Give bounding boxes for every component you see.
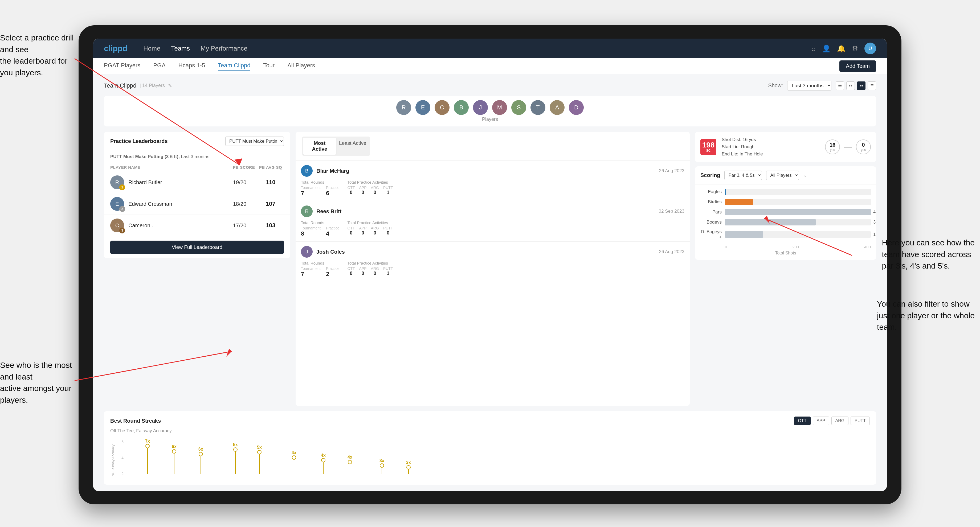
player-avatar-10[interactable]: D: [569, 100, 584, 115]
pc-date-2: 02 Sep 2023: [659, 209, 684, 214]
pc-activities-2: Total Practice Activities OTT 0 APP: [347, 221, 393, 237]
nav-link-home[interactable]: Home: [143, 45, 160, 52]
streak-btn-arg[interactable]: ARG: [831, 417, 849, 425]
scoring-player-select[interactable]: All Players: [766, 171, 799, 180]
svg-point-31: [380, 464, 384, 467]
pc-header-3: J Josh Coles 26 Aug 2023: [301, 246, 684, 258]
player-avatar-2[interactable]: E: [415, 100, 430, 115]
lb-avatar-2: E 2: [110, 197, 124, 211]
player-avatar-9[interactable]: A: [550, 100, 565, 115]
annotation-bottom-left: See who is the most and leastactive amon…: [0, 359, 80, 406]
tab-most-active[interactable]: Most Active: [303, 138, 336, 155]
three-col: Practice Leaderboards PUTT Must Make Put…: [104, 132, 876, 406]
bar-track-dbogeys: 131: [725, 231, 871, 238]
drill-select[interactable]: PUTT Must Make Putting...: [225, 137, 284, 146]
leaderboard-row-2[interactable]: E 2 Edward Crossman 18/20 107: [104, 193, 290, 215]
tab-least-active[interactable]: Least Active: [336, 138, 369, 155]
lb-avatar-3: C 3: [110, 219, 124, 232]
bar-row-bogeys: Bogeys 311: [700, 219, 871, 225]
pc-avatar-2: R: [301, 205, 313, 217]
practice-leaderboards-col: Practice Leaderboards PUTT Must Make Put…: [104, 132, 290, 406]
grid-icon[interactable]: ☵: [836, 81, 844, 90]
svg-point-16: [234, 448, 237, 451]
subnav-hcaps[interactable]: Hcaps 1-5: [178, 62, 205, 71]
player-avatar-7[interactable]: S: [511, 100, 526, 115]
edit-icon[interactable]: ✎: [168, 83, 172, 89]
pc-header-2: R Rees Britt 02 Sep 2023: [301, 205, 684, 217]
add-team-button[interactable]: Add Team: [839, 60, 876, 72]
show-select[interactable]: Last 3 months: [787, 81, 831, 90]
annotation-right-top: Here you can see how theteam have scored…: [882, 237, 975, 272]
svg-point-7: [146, 444, 150, 448]
subnav-pga[interactable]: PGA: [153, 62, 165, 71]
scoring-col: 198 SC Shot Dist: 16 yds Start Lie: Roug…: [695, 132, 876, 406]
avatar[interactable]: U: [864, 43, 876, 54]
players-avatars: R E C B J M S T A D: [112, 100, 868, 115]
nav-link-teams[interactable]: Teams: [171, 45, 190, 52]
team-header: Team Clippd | 14 Players ✎ Show: Last 3 …: [104, 81, 876, 90]
player-avatar-3[interactable]: C: [434, 100, 450, 115]
player-avatar-5[interactable]: J: [473, 100, 488, 115]
subnav-tour[interactable]: Tour: [263, 62, 275, 71]
streak-btn-putt[interactable]: PUTT: [851, 417, 870, 425]
streak-y-label: % Fairway Accuracy: [111, 444, 115, 476]
activity-header: Most Active Least Active: [296, 132, 690, 161]
bar-fill-pars: [725, 209, 871, 215]
streaks-title: Best Round Streaks: [110, 418, 161, 424]
chart-axis: 0 200 400: [700, 243, 871, 249]
pc-name-1: Blair McHarg: [317, 168, 655, 174]
player-avatar-6[interactable]: M: [492, 100, 507, 115]
settings-icon[interactable]: ⚙: [852, 44, 858, 53]
pc-activities-3: Total Practice Activities OTT 0 APP: [347, 261, 393, 278]
player-avatar-8[interactable]: T: [530, 100, 546, 115]
annotation-right-bottom: You can also filter to showjust one play…: [877, 298, 975, 333]
svg-point-34: [407, 465, 410, 469]
activity-panel: Most Active Least Active B Blair McHarg …: [296, 132, 690, 406]
bar-chart: Eagles 3 Birdies 96: [695, 184, 876, 260]
list-icon[interactable]: ☶: [846, 81, 855, 90]
players-row: R E C B J M S T A D Players: [104, 96, 876, 126]
card-icon[interactable]: ☷: [857, 81, 865, 90]
player-avatar-1[interactable]: R: [396, 100, 411, 115]
subnav-all-players[interactable]: All Players: [287, 62, 315, 71]
svg-text:6: 6: [121, 440, 124, 444]
person-icon[interactable]: 👤: [822, 44, 830, 53]
streaks-header: Best Round Streaks OTT APP ARG PUTT: [110, 417, 870, 425]
bar-track-birdies: 96: [725, 199, 871, 205]
leaderboard-row-1[interactable]: R 1 Richard Butler 19/20 110: [104, 171, 290, 193]
pc-rounds-1: Total Rounds Tournament 7 Practice: [301, 180, 339, 197]
annotation-top-left: Select a practice drill and seethe leade…: [0, 32, 80, 78]
svg-text:5x: 5x: [233, 442, 238, 447]
pc-stats-1: Total Rounds Tournament 7 Practice: [301, 180, 684, 197]
rank-badge-2: 2: [119, 206, 125, 212]
nav-link-performance[interactable]: My Performance: [200, 45, 247, 52]
nav-links: Home Teams My Performance: [143, 45, 811, 52]
practice-leaderboards-panel: Practice Leaderboards PUTT Must Make Put…: [104, 132, 290, 258]
streak-btn-ott[interactable]: OTT: [794, 417, 811, 425]
streak-btn-app[interactable]: APP: [813, 417, 829, 425]
scoring-chevron-icon[interactable]: ⌄: [803, 172, 807, 178]
streaks-buttons: OTT APP ARG PUTT: [794, 417, 870, 425]
subnav-pgat[interactable]: PGAT Players: [104, 62, 140, 71]
tablet-screen: clippd Home Teams My Performance ⌕ 👤 🔔 ⚙…: [93, 39, 887, 491]
view-full-leaderboard-button[interactable]: View Full Leaderboard: [110, 241, 284, 254]
leaderboard-row-3[interactable]: C 3 Cameron... 17/20 103: [104, 215, 290, 237]
scoring-filter-select[interactable]: Par 3, 4 & 5s: [724, 171, 762, 180]
tablet-frame: clippd Home Teams My Performance ⌕ 👤 🔔 ⚙…: [78, 25, 902, 504]
players-label: Players: [112, 117, 868, 122]
svg-text:4x: 4x: [347, 455, 352, 459]
panel-header: Practice Leaderboards PUTT Must Make Put…: [104, 132, 290, 151]
player-avatar-4[interactable]: B: [454, 100, 469, 115]
subnav-team-clippd[interactable]: Team Clippd: [218, 62, 250, 71]
navbar: clippd Home Teams My Performance ⌕ 👤 🔔 ⚙…: [93, 39, 887, 58]
show-controls: Show: Last 3 months ☵ ☶ ☷ ≣: [768, 81, 876, 90]
svg-text:5x: 5x: [257, 445, 262, 449]
search-icon[interactable]: ⌕: [811, 44, 816, 53]
table-icon[interactable]: ≣: [868, 81, 876, 90]
player-card-blair: B Blair McHarg 26 Aug 2023 Total Rounds …: [296, 161, 690, 201]
bar-track-eagles: 3: [725, 189, 871, 195]
svg-point-25: [321, 458, 325, 462]
svg-text:4x: 4x: [321, 453, 326, 457]
pc-stats-3: Total Rounds Tournament 7 Practice: [301, 261, 684, 278]
bell-icon[interactable]: 🔔: [837, 44, 845, 53]
